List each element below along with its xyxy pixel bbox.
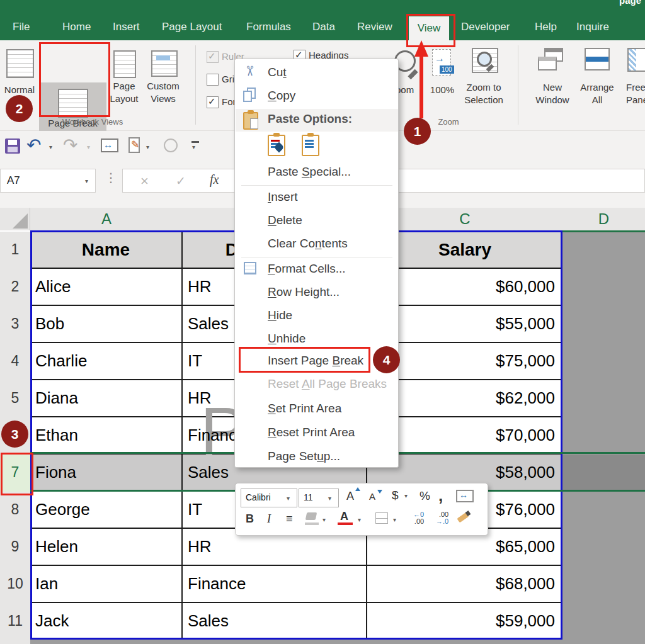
cancel-icon[interactable]: × bbox=[140, 173, 149, 189]
font-color-chevron[interactable]: ▾ bbox=[358, 516, 361, 523]
redo-dropdown-chevron[interactable]: ▾ bbox=[87, 144, 90, 150]
column-header-d[interactable]: D bbox=[562, 208, 645, 230]
new-window-button[interactable]: New Window bbox=[530, 47, 574, 116]
accounting-format-button[interactable]: $ bbox=[392, 489, 399, 502]
font-name-combo[interactable]: Calibri ▾ bbox=[241, 489, 297, 507]
row-header-4[interactable]: 4 bbox=[0, 343, 31, 381]
tab-data[interactable]: Data bbox=[312, 21, 335, 33]
accounting-chevron[interactable]: ▾ bbox=[404, 492, 408, 499]
menu-item-reset-print-area[interactable]: Reset Print Area bbox=[268, 426, 355, 439]
menu-item-page-setup[interactable]: Page Setup... bbox=[268, 449, 340, 463]
borders-button[interactable] bbox=[375, 512, 388, 524]
percent-style-button[interactable]: % bbox=[420, 489, 430, 503]
row-header-10[interactable]: 10 bbox=[0, 566, 31, 604]
paste-values-icon[interactable] bbox=[302, 135, 318, 155]
shrink-font-caret bbox=[377, 490, 382, 494]
undo-icon[interactable]: ↶ bbox=[26, 135, 41, 155]
menu-item-delete[interactable]: Delete bbox=[268, 213, 302, 227]
ruler-checkbox[interactable] bbox=[207, 51, 219, 63]
borders-chevron[interactable]: ▾ bbox=[393, 516, 396, 523]
save-icon[interactable] bbox=[5, 138, 20, 154]
row-header-8[interactable]: 8 bbox=[0, 492, 31, 529]
group-divider bbox=[195, 45, 196, 125]
tab-insert[interactable]: Insert bbox=[113, 21, 140, 33]
shrink-font-button[interactable]: A bbox=[369, 491, 375, 502]
autofit-column-icon[interactable]: ↔ bbox=[101, 138, 118, 152]
menu-item-paste-special[interactable]: Paste Special... bbox=[268, 165, 351, 179]
name-box[interactable]: A7 ▾ bbox=[0, 169, 96, 193]
page-layout-view-button[interactable]: Page Layout bbox=[108, 44, 140, 113]
tab-home[interactable]: Home bbox=[62, 21, 91, 33]
freeze-panes-icon-stripes bbox=[629, 49, 636, 71]
custom-views-button[interactable]: Custom Views bbox=[142, 44, 184, 113]
tab-formulas[interactable]: Formulas bbox=[246, 21, 291, 33]
menu-item-unhide[interactable]: Unhide bbox=[268, 332, 305, 346]
font-color-bar bbox=[338, 523, 353, 525]
tab-file[interactable]: File bbox=[13, 21, 30, 33]
undo-dropdown-chevron[interactable]: ▾ bbox=[49, 144, 52, 150]
menu-item-clear-contents[interactable]: Clear Contents bbox=[268, 237, 348, 251]
gridlines-checkbox[interactable] bbox=[207, 74, 219, 86]
custom-views-icon-bar bbox=[156, 55, 170, 60]
qat-more-icon[interactable] bbox=[191, 141, 199, 143]
tab-developer[interactable]: Developer bbox=[461, 21, 510, 33]
menu-item-row-height[interactable]: Row Height... bbox=[268, 285, 340, 299]
menu-item-hide[interactable]: Hide bbox=[268, 308, 292, 322]
decrease-decimal-button[interactable]: .00→.0 bbox=[436, 511, 448, 525]
name-box-value: A7 bbox=[7, 174, 20, 187]
fill-color-chevron[interactable]: ▾ bbox=[322, 516, 326, 523]
row-header-5[interactable]: 5 bbox=[0, 380, 31, 418]
menu-item-copy[interactable]: Copy bbox=[268, 89, 295, 103]
column-header-a[interactable]: A bbox=[30, 208, 183, 230]
annotation-box-insert-page-break bbox=[239, 347, 370, 373]
font-color-button[interactable]: A bbox=[340, 510, 348, 523]
fill-color-icon[interactable] bbox=[305, 512, 317, 520]
comma-style-button[interactable]: , bbox=[438, 486, 443, 506]
row-header-9[interactable]: 9 bbox=[0, 529, 31, 567]
menu-item-cut[interactable]: Cut bbox=[268, 65, 287, 79]
select-all-corner[interactable] bbox=[0, 208, 30, 230]
qat-more-chevron[interactable]: ▾ bbox=[192, 144, 195, 150]
row-header-11[interactable]: 11 bbox=[0, 603, 31, 640]
paste-keep-formatting-icon[interactable] bbox=[268, 135, 284, 155]
zoom-to-selection-button[interactable]: Zoom to Selection bbox=[462, 47, 506, 116]
font-size-combo[interactable]: 11 ▾ bbox=[299, 489, 339, 507]
window-title-partial: page bbox=[619, 0, 645, 7]
edit-dropdown-chevron[interactable]: ▾ bbox=[146, 144, 149, 150]
edit-sheet-icon[interactable]: ✎ bbox=[128, 137, 140, 153]
row-header-1[interactable]: 1 bbox=[0, 232, 31, 269]
annotation-box-row-7 bbox=[1, 453, 33, 495]
grow-font-button[interactable]: A bbox=[346, 490, 354, 503]
insert-function-icon[interactable]: fx bbox=[210, 172, 219, 187]
redo-icon[interactable]: ↷ bbox=[63, 135, 77, 155]
arrange-all-button[interactable]: Arrange All bbox=[577, 47, 617, 116]
menu-item-reset-all-page-breaks: Reset All Page Breaks bbox=[268, 377, 387, 391]
increase-decimal-button[interactable]: ←0.00 bbox=[413, 511, 424, 525]
tab-review[interactable]: Review bbox=[357, 21, 392, 33]
menu-item-set-print-area[interactable]: Set Print Area bbox=[268, 402, 341, 415]
format-table-button[interactable]: ↔ bbox=[456, 490, 474, 502]
fill-color-bar bbox=[305, 523, 319, 525]
annotation-box-view-tab bbox=[406, 14, 455, 47]
tab-inquire[interactable]: Inquire bbox=[576, 21, 609, 33]
name-box-dropdown-chevron[interactable]: ▾ bbox=[85, 178, 88, 184]
formula-bar-grip[interactable]: ⋮ bbox=[105, 170, 117, 185]
zoom-100-button[interactable]: → 100 100% bbox=[426, 47, 459, 103]
row-header-strip-bottom bbox=[0, 640, 30, 644]
menu-item-insert[interactable]: Insert bbox=[268, 190, 298, 204]
menu-item-format-cells[interactable]: Format Cells... bbox=[268, 262, 346, 276]
center-align-button[interactable]: ≡ bbox=[286, 512, 293, 526]
shape-circle-icon[interactable] bbox=[164, 138, 178, 152]
page-layout-view-icon bbox=[113, 50, 136, 78]
tab-page-layout[interactable]: Page Layout bbox=[162, 21, 222, 33]
freeze-panes-button[interactable]: Freeze Panes bbox=[622, 47, 645, 116]
row-header-2[interactable]: 2 bbox=[0, 269, 31, 307]
row-header-3[interactable]: 3 bbox=[0, 306, 31, 344]
formula-bar-checkbox[interactable] bbox=[207, 96, 219, 108]
normal-view-button[interactable]: Normal bbox=[1, 44, 38, 101]
italic-button[interactable]: I bbox=[267, 512, 271, 526]
enter-icon[interactable]: ✓ bbox=[176, 174, 186, 188]
custom-views-icon bbox=[151, 50, 178, 77]
bold-button[interactable]: B bbox=[246, 512, 254, 526]
tab-help[interactable]: Help bbox=[535, 21, 557, 33]
